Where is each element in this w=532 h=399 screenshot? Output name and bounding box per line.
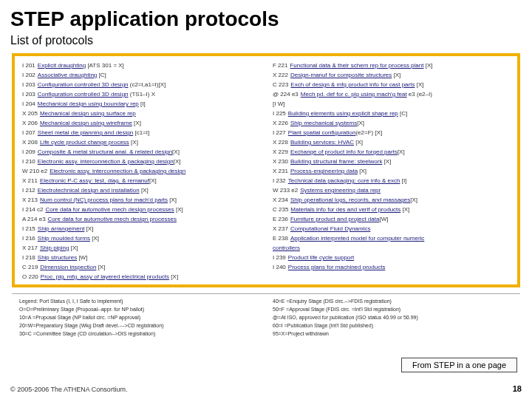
protocol-name: Functional data & their schem rep for pr… xyxy=(290,62,423,69)
legend-line: 60=I =Publication Stage (Int'l Std publi… xyxy=(273,321,513,330)
protocol-name: Ship mechanical systems xyxy=(290,120,357,126)
protocol-name: Num control (NC) process plans for mach'… xyxy=(40,197,168,203)
protocol-row: C 219Dimension inspection [X] xyxy=(22,262,259,272)
legend-line: 10=A =Proposal Stage (NP ballot circ. =N… xyxy=(19,313,259,321)
protocol-name: Associative draughting xyxy=(38,72,98,78)
protocol-code: X 213 xyxy=(22,197,38,203)
protocol-row: E 238Application interpreted model for c… xyxy=(273,233,510,243)
protocol-suffix: [X] xyxy=(382,158,391,165)
protocol-code: E 236 xyxy=(273,216,288,222)
protocol-code: C 219 xyxy=(22,264,38,270)
protocol-suffix: [X] xyxy=(358,168,366,174)
protocol-row: I 225Building elements using explicit sh… xyxy=(273,109,510,118)
protocol-name: Exch of design & mfg product info for ca… xyxy=(290,81,415,88)
protocol-row: X 230Building structural frame: steelwor… xyxy=(273,157,510,166)
protocol-code: I 202 xyxy=(22,72,35,78)
protocol-suffix: [X] xyxy=(129,139,138,146)
page-number: 18 xyxy=(513,384,522,393)
protocol-suffix: [X] xyxy=(357,120,364,126)
protocol-row: I 210Electronic assy. interconnection & … xyxy=(22,157,259,166)
protocol-code: X 208 xyxy=(22,139,38,146)
protocol-name: Configuration controlled 3D design xyxy=(38,91,129,98)
protocol-row: controllers xyxy=(273,243,510,253)
protocol-code: X 206 xyxy=(22,120,38,126)
protocol-name: Computational Fluid Dynamics xyxy=(290,225,371,232)
protocol-row: X 211Electronic P-C assy: test, diag. & … xyxy=(22,176,259,185)
protocol-code: C 235 xyxy=(273,206,288,213)
protocol-name: Systems engineering data repr xyxy=(300,187,381,194)
protocol-name: Technical data packaging: core info & ex… xyxy=(288,177,400,184)
protocol-code: C 223 xyxy=(273,81,288,88)
protocol-suffix: [X] xyxy=(410,197,417,203)
protocol-row: W 210 e2Electronic assy. interconnection… xyxy=(22,166,259,176)
protocol-row: I 203Configuration controlled 3D design … xyxy=(22,89,259,99)
protocol-suffix: [X] xyxy=(149,177,157,184)
protocol-suffix: [C] xyxy=(97,72,106,78)
protocol-row: I 232Technical data packaging: core info… xyxy=(273,176,510,185)
protocol-suffix: [X] xyxy=(423,62,432,69)
protocol-name: Application interpreted model for comput… xyxy=(290,235,424,242)
protocol-suffix: [I] xyxy=(400,177,406,184)
protocol-name: Exchange of product info for forged part… xyxy=(290,149,398,155)
protocol-suffix: [X] xyxy=(174,158,181,165)
source-badge: From STEP in a one page xyxy=(401,358,517,372)
protocol-name: Furniture product and project data xyxy=(290,216,380,222)
protocol-code: I 209 xyxy=(22,149,35,155)
protocol-code: X 226 xyxy=(273,120,288,126)
protocol-name: Process-engineering data xyxy=(290,168,358,174)
protocol-code: I 216 xyxy=(22,235,35,242)
protocol-code: I 232 xyxy=(273,177,286,184)
protocol-suffix: [X] xyxy=(398,149,405,155)
protocol-row: I 227Plant spatial configuration(e2=F) [… xyxy=(273,128,510,137)
protocol-name: Electronic assy. interconnection & packa… xyxy=(50,168,185,174)
protocol-suffix: [I] xyxy=(139,100,146,107)
protocol-row: E 236Furniture product and project data[… xyxy=(273,214,510,224)
protocol-row: X 229Exchange of product info for forged… xyxy=(273,147,510,157)
protocol-suffix: [I W] xyxy=(273,100,284,107)
protocols-right-column: F 221Functional data & their schem rep f… xyxy=(273,61,510,282)
legend-line: @=At ISO, approved for publication (ISO … xyxy=(273,313,513,321)
protocol-row: X 226Ship mechanical systems[X] xyxy=(273,118,510,128)
protocol-suffix: [X] xyxy=(415,81,423,88)
protocol-row: X 231Process-engineering data [X] xyxy=(273,166,510,176)
protocol-suffix: [X] xyxy=(172,149,180,155)
protocol-code: X 229 xyxy=(273,149,288,155)
protocol-name: Ship operational logs, records, and mass… xyxy=(290,197,410,203)
protocol-suffix: [X] xyxy=(84,225,93,232)
protocol-row: I 201Explicit draughting [ATS 301 = X] xyxy=(22,61,259,70)
protocol-name: Electronic P-C assy: test, diag. & reman… xyxy=(40,177,149,184)
protocol-code: I 215 xyxy=(22,225,35,232)
protocol-code: I 240 xyxy=(273,264,286,270)
protocol-row: X 206Mechanical design using wireframe [… xyxy=(22,118,259,128)
protocol-suffix: (c2=I,a1=I)[X] xyxy=(129,81,166,88)
protocol-row: I 216Ship moulded forms [X] xyxy=(22,233,259,243)
protocol-row: I 212Electrotechnical design and install… xyxy=(22,185,259,195)
protocol-name: Life cycle product change process xyxy=(40,139,129,146)
protocol-suffix: [X] xyxy=(354,139,363,146)
protocol-name: Dimension inspection xyxy=(40,264,96,270)
protocol-row: X 237Computational Fluid Dynamics xyxy=(273,224,510,233)
protocol-row: I 204Mechanical design using boundary re… xyxy=(22,99,259,109)
protocol-row: I 240Process plans for machined products xyxy=(273,262,510,272)
protocol-code: I 210 xyxy=(22,158,35,165)
protocol-name: Ship piping xyxy=(40,245,69,251)
protocol-name: Electronic assy. interconnection & packa… xyxy=(38,158,174,165)
protocol-code: X 230 xyxy=(273,158,288,165)
protocol-suffix: [X] xyxy=(132,120,141,126)
protocol-name: Mechanical design using surface rep xyxy=(40,110,136,117)
legend-line: 20=W=Preparatory Stage (Wkg Draft devel.… xyxy=(19,321,259,330)
protocol-name: Mech pd. def for c. plg using mach'g fea… xyxy=(301,91,407,98)
protocol-suffix: [c1=I] xyxy=(133,129,149,136)
protocol-suffix: [X] xyxy=(96,264,105,270)
legend-right: 40=E =Enquiry Stage (DIS circ.-->FDIS re… xyxy=(273,297,513,338)
protocol-row: F 221Functional data & their schem rep f… xyxy=(273,61,510,70)
protocol-name: Ship structures xyxy=(38,254,77,261)
protocol-name: Materials info for des and verif of prod… xyxy=(290,206,400,213)
protocol-row: A 214 e3Core data for automotive mech de… xyxy=(22,214,259,224)
legend-line: 30=C =Committee Stage (CD circulation-->… xyxy=(19,330,259,338)
protocol-name: Electrotechnical design and installation xyxy=(38,187,140,194)
protocol-suffix: [X] xyxy=(392,72,400,78)
protocol-code: I 203 xyxy=(22,81,35,88)
protocol-code: X 205 xyxy=(22,110,38,117)
protocol-row: I 202Associative draughting [C] xyxy=(22,70,259,80)
